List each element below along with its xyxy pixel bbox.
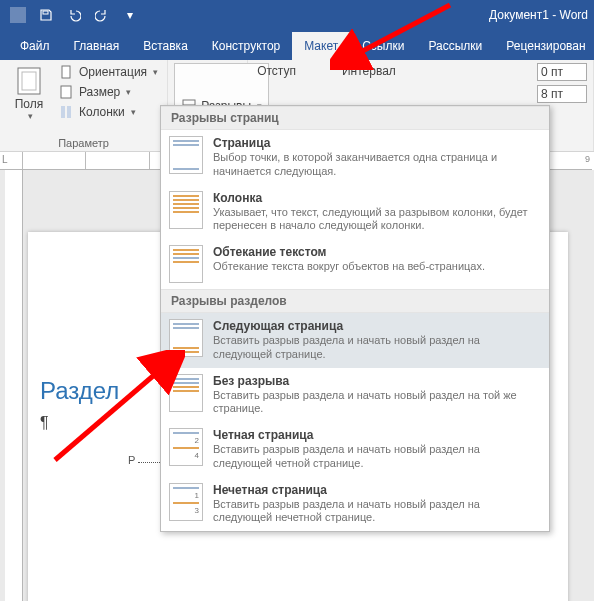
continuous-break-icon: [169, 374, 203, 412]
orientation-button[interactable]: Ориентация▾: [56, 63, 161, 81]
group-page-setup: Поля ▾ Ориентация▾ Размер▾ Колонки▾ Пара…: [0, 60, 168, 151]
section-break-marker: Р: [128, 454, 135, 466]
pilcrow-icon: ¶: [40, 414, 49, 432]
margins-icon: [13, 65, 45, 97]
break-column[interactable]: КолонкаУказывает, что текст, следующий з…: [161, 185, 549, 240]
vertical-ruler[interactable]: [5, 170, 23, 601]
breaks-dropdown: Разрывы страниц СтраницаВыбор точки, в к…: [160, 105, 550, 532]
ribbon-tabs: Файл Главная Вставка Конструктор Макет С…: [0, 30, 594, 60]
svg-rect-7: [67, 106, 71, 118]
tab-references[interactable]: Ссылки: [350, 32, 416, 60]
chevron-down-icon: ▾: [28, 111, 33, 121]
redo-icon[interactable]: [90, 3, 114, 27]
text-wrap-break-icon: [169, 245, 203, 283]
size-icon: [59, 84, 75, 100]
columns-button[interactable]: Колонки▾: [56, 103, 161, 121]
tab-layout[interactable]: Макет: [292, 32, 350, 60]
qat-more-icon[interactable]: ▾: [118, 3, 142, 27]
group-page-setup-label: Параметр: [6, 137, 161, 149]
section-breaks-header: Разрывы разделов: [161, 289, 549, 313]
size-button[interactable]: Размер▾: [56, 83, 161, 101]
column-break-icon: [169, 191, 203, 229]
break-page[interactable]: СтраницаВыбор точки, в которой заканчива…: [161, 130, 549, 185]
quick-access-toolbar: ▾: [6, 3, 142, 27]
document-title: Документ1 - Word: [489, 8, 588, 22]
break-next-page[interactable]: Следующая страницаВставить разрыв раздел…: [161, 313, 549, 368]
svg-rect-6: [61, 106, 65, 118]
tab-insert[interactable]: Вставка: [131, 32, 200, 60]
orientation-icon: [59, 64, 75, 80]
svg-rect-0: [10, 7, 26, 23]
spacing-after-input[interactable]: 8 пт: [537, 85, 587, 103]
word-icon[interactable]: [6, 3, 30, 27]
odd-page-break-icon: 13: [169, 483, 203, 521]
break-continuous[interactable]: Без разрываВставить разрыв раздела и нач…: [161, 368, 549, 423]
next-page-break-icon: [169, 319, 203, 357]
tab-review[interactable]: Рецензирован: [494, 32, 594, 60]
undo-icon[interactable]: [62, 3, 86, 27]
tab-design[interactable]: Конструктор: [200, 32, 292, 60]
tab-home[interactable]: Главная: [62, 32, 132, 60]
indent-header: Отступ: [254, 63, 299, 79]
save-icon[interactable]: [34, 3, 58, 27]
svg-rect-5: [61, 86, 71, 98]
spacing-header: Интервал: [339, 63, 399, 79]
page-breaks-header: Разрывы страниц: [161, 106, 549, 130]
svg-rect-4: [62, 66, 70, 78]
columns-icon: [59, 104, 75, 120]
margins-label: Поля: [15, 97, 44, 111]
break-even-page[interactable]: 24 Четная страницаВставить разрыв раздел…: [161, 422, 549, 477]
break-text-wrapping[interactable]: Обтекание текстомОбтекание текста вокруг…: [161, 239, 549, 289]
tab-file[interactable]: Файл: [8, 32, 62, 60]
spacing-before-input[interactable]: 0 пт: [537, 63, 587, 81]
even-page-break-icon: 24: [169, 428, 203, 466]
svg-rect-1: [43, 11, 48, 14]
tab-mailings[interactable]: Рассылки: [416, 32, 494, 60]
break-odd-page[interactable]: 13 Нечетная страницаВставить разрыв разд…: [161, 477, 549, 532]
page-break-icon: [169, 136, 203, 174]
margins-button[interactable]: Поля ▾: [6, 63, 52, 135]
heading-text[interactable]: Раздел: [40, 377, 119, 405]
title-bar: ▾ Документ1 - Word: [0, 0, 594, 30]
ruler-tab-selector[interactable]: L: [2, 154, 8, 165]
